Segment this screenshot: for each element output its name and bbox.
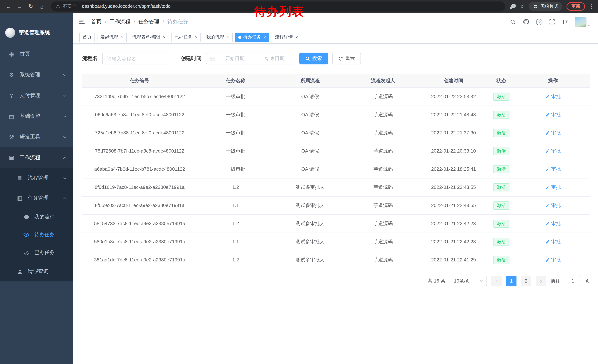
bookmark-star-icon[interactable]: ☆ [520,3,525,10]
cell-task-name: 一级审批 [197,105,274,124]
fullscreen-icon[interactable] [549,19,555,25]
forward-icon[interactable]: → [15,1,25,11]
column-header-task-id: 任务编号 [82,74,197,87]
app-logo: 芋道管理系统 [0,13,73,44]
hamburger-icon[interactable] [79,18,85,25]
close-icon[interactable]: × [195,35,198,40]
page-button-1[interactable]: 1 [506,276,516,286]
tab-done-task[interactable]: 已办任务 × [171,32,201,42]
app-logo-icon [5,28,15,38]
approve-link[interactable]: 审批 [545,111,561,118]
close-icon[interactable]: × [227,35,229,40]
sidebar-item-devtools[interactable]: ⚒ 研发工具 [0,127,73,147]
navbar-tools: ? TT [510,17,590,27]
cell-task-id: 069c6a63-7b8a-11ec-8ef0-acde48001122 [82,105,197,124]
browser-menu-icon[interactable]: ⋮ [589,3,594,9]
approve-link[interactable]: 审批 [545,220,561,227]
update-button[interactable]: 更新 [566,2,585,11]
prev-page-button[interactable]: ‹ [491,276,502,286]
filter-form: 流程名 创建时间 开始日期 - 结束日期 搜索 [82,53,590,65]
process-name-label: 流程名 [82,55,98,62]
github-icon[interactable] [523,18,530,25]
tab-todo-task[interactable]: 待办任务 × [235,32,269,42]
cell-task-id: 75d72608-7b7f-11ec-a3c8-acde48001122 [82,142,197,160]
tab-start-process[interactable]: 发起流程 × [97,32,127,42]
sidebar-item-done-task[interactable]: 已办任务 [0,244,73,261]
cell-action: 审批 [516,251,590,269]
sidebar-item-system[interactable]: ⚙ 系统管理 [0,65,73,85]
password-key-icon[interactable] [510,3,515,9]
approve-link[interactable]: 审批 [545,129,561,136]
cell-task-id: 725a1eb6-7b88-11ec-8ef0-acde48001122 [82,124,197,142]
cell-created: 2022-01-22 21:37:30 [420,124,487,142]
cell-status: 激活 [487,87,516,105]
reload-icon[interactable]: ↻ [26,1,36,11]
cell-task-id: 58154733-7ac8-11ec-a9e2-a2380e71991a [82,214,197,233]
cell-task-name: 1.2 [197,214,274,233]
search-icon[interactable] [510,19,516,25]
sidebar-item-infrastructure[interactable]: ▤ 基础设施 [0,106,73,127]
approve-label: 审批 [551,220,561,227]
tab-home[interactable]: 首页 [79,32,95,42]
breadcrumb-task-management[interactable]: 任务管理 [139,18,159,25]
cell-process: 测试多审批人 [274,196,346,214]
sidebar-item-workflow[interactable]: ▣ 工作流程 [0,147,73,168]
help-icon[interactable]: ? [536,19,543,25]
back-icon[interactable]: ← [4,1,13,11]
sidebar-item-home[interactable]: ◉ 首页 [0,44,73,65]
briefcase-icon: ▣ [8,154,15,161]
page-button-2[interactable]: 2 [521,276,531,286]
cell-initiator: 芋道源码 [346,251,420,269]
approve-label: 审批 [551,238,561,245]
close-icon[interactable]: × [263,35,266,40]
sidebar-item-todo-task[interactable]: 待办任务 [0,226,73,244]
cell-process: OA 请假 [274,105,346,124]
tab-form-edit[interactable]: 流程表单-编辑 × [129,32,169,42]
approve-link[interactable]: 审批 [545,256,561,263]
goto-page-input[interactable] [565,276,581,286]
sidebar-item-payment[interactable]: ¥ 支付管理 [0,85,73,106]
close-icon[interactable]: × [295,35,298,40]
search-button[interactable]: 搜索 [299,53,328,65]
breadcrumb-home[interactable]: 首页 [91,18,101,25]
approve-link[interactable]: 审批 [545,238,561,245]
font-size-icon[interactable]: TT [562,19,568,25]
process-name-input[interactable] [102,53,171,65]
app-title: 芋道管理系统 [19,29,50,36]
grid-icon: ▥ [16,195,23,202]
edit-icon [545,221,550,226]
page-size-select[interactable]: 10条/页 [450,276,487,286]
breadcrumb-workflow[interactable]: 工作流程 [110,18,130,25]
cell-initiator: 芋道源码 [346,196,420,214]
approve-link[interactable]: 审批 [545,147,561,154]
chevron-down-icon [63,73,66,76]
approve-label: 审批 [551,256,561,263]
edit-icon [545,167,550,171]
sidebar: 芋道管理系统 ◉ 首页 ⚙ 系统管理 ¥ 支付管理 ▤ [0,13,73,364]
sidebar-item-leave-query[interactable]: 请假查询 [0,261,73,281]
cell-process: 测试多审批人 [274,214,346,233]
date-range-picker[interactable]: 开始日期 - 结束日期 [206,53,294,65]
gear-icon: ⚙ [8,72,15,78]
chevron-up-icon [63,157,66,160]
approve-link[interactable]: 审批 [545,184,561,191]
approve-link[interactable]: 审批 [545,202,561,209]
tab-process-detail[interactable]: 流程详情 × [272,32,301,42]
sidebar-item-task-management[interactable]: ▥ 任务管理 [0,188,73,208]
sidebar-item-process-management[interactable]: ≣ 流程管理 [0,168,73,188]
next-page-button[interactable]: › [536,276,546,286]
close-icon[interactable]: × [121,35,123,40]
cell-created: 2022-01-22 23:53:32 [420,87,487,105]
chevron-up-icon [63,197,66,200]
reset-button[interactable]: 重置 [332,53,361,65]
tab-my-process[interactable]: 我的流程 × [203,32,233,42]
tab-label: 流程表单-编辑 [132,34,160,40]
sidebar-item-label: 请假查询 [28,268,49,275]
approve-link[interactable]: 审批 [545,93,561,100]
column-header-process: 所属流程 [274,74,346,87]
approve-link[interactable]: 审批 [545,166,561,172]
sidebar-item-my-process[interactable]: 我的流程 [0,208,73,226]
close-icon[interactable]: × [163,35,166,40]
user-avatar-menu[interactable] [575,17,590,27]
home-icon[interactable]: ⌂ [37,1,47,11]
